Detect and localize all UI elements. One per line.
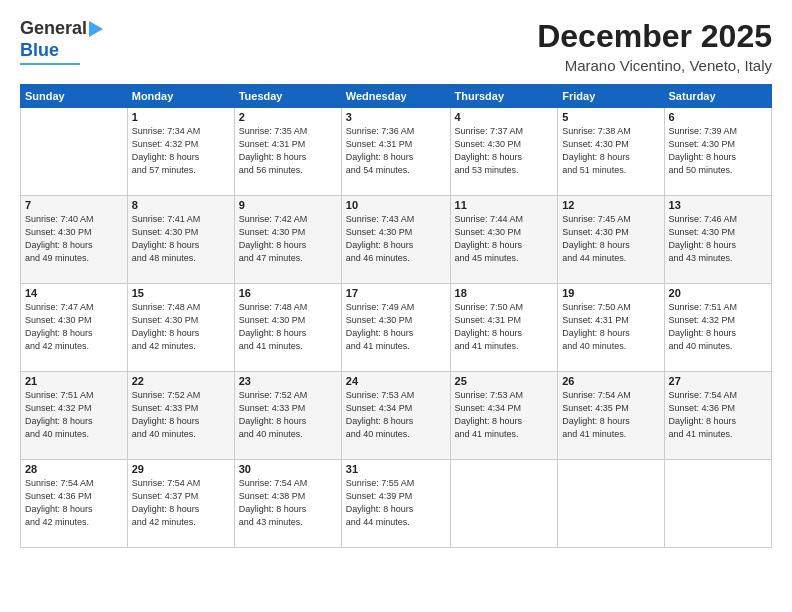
calendar-week-row: 7Sunrise: 7:40 AMSunset: 4:30 PMDaylight… bbox=[21, 196, 772, 284]
day-info: Sunrise: 7:34 AMSunset: 4:32 PMDaylight:… bbox=[132, 125, 230, 177]
table-row: 25Sunrise: 7:53 AMSunset: 4:34 PMDayligh… bbox=[450, 372, 558, 460]
logo-arrow-icon bbox=[89, 21, 103, 37]
day-info: Sunrise: 7:40 AMSunset: 4:30 PMDaylight:… bbox=[25, 213, 123, 265]
table-row: 21Sunrise: 7:51 AMSunset: 4:32 PMDayligh… bbox=[21, 372, 128, 460]
day-number: 26 bbox=[562, 375, 659, 387]
day-info: Sunrise: 7:48 AMSunset: 4:30 PMDaylight:… bbox=[239, 301, 337, 353]
calendar-page: General Blue December 2025 Marano Vicent… bbox=[0, 0, 792, 612]
day-info: Sunrise: 7:52 AMSunset: 4:33 PMDaylight:… bbox=[239, 389, 337, 441]
day-number: 13 bbox=[669, 199, 767, 211]
day-number: 21 bbox=[25, 375, 123, 387]
day-info: Sunrise: 7:43 AMSunset: 4:30 PMDaylight:… bbox=[346, 213, 446, 265]
table-row bbox=[558, 460, 664, 548]
day-info: Sunrise: 7:37 AMSunset: 4:30 PMDaylight:… bbox=[455, 125, 554, 177]
calendar-week-row: 1Sunrise: 7:34 AMSunset: 4:32 PMDaylight… bbox=[21, 108, 772, 196]
day-number: 2 bbox=[239, 111, 337, 123]
table-row: 17Sunrise: 7:49 AMSunset: 4:30 PMDayligh… bbox=[341, 284, 450, 372]
table-row: 19Sunrise: 7:50 AMSunset: 4:31 PMDayligh… bbox=[558, 284, 664, 372]
table-row: 15Sunrise: 7:48 AMSunset: 4:30 PMDayligh… bbox=[127, 284, 234, 372]
day-number: 25 bbox=[455, 375, 554, 387]
header: General Blue December 2025 Marano Vicent… bbox=[20, 18, 772, 74]
table-row: 5Sunrise: 7:38 AMSunset: 4:30 PMDaylight… bbox=[558, 108, 664, 196]
table-row bbox=[21, 108, 128, 196]
day-info: Sunrise: 7:54 AMSunset: 4:36 PMDaylight:… bbox=[25, 477, 123, 529]
day-info: Sunrise: 7:50 AMSunset: 4:31 PMDaylight:… bbox=[562, 301, 659, 353]
day-info: Sunrise: 7:35 AMSunset: 4:31 PMDaylight:… bbox=[239, 125, 337, 177]
table-row: 23Sunrise: 7:52 AMSunset: 4:33 PMDayligh… bbox=[234, 372, 341, 460]
calendar-table: Sunday Monday Tuesday Wednesday Thursday… bbox=[20, 84, 772, 548]
day-number: 1 bbox=[132, 111, 230, 123]
day-info: Sunrise: 7:47 AMSunset: 4:30 PMDaylight:… bbox=[25, 301, 123, 353]
day-number: 31 bbox=[346, 463, 446, 475]
day-number: 12 bbox=[562, 199, 659, 211]
day-number: 27 bbox=[669, 375, 767, 387]
table-row: 16Sunrise: 7:48 AMSunset: 4:30 PMDayligh… bbox=[234, 284, 341, 372]
day-info: Sunrise: 7:36 AMSunset: 4:31 PMDaylight:… bbox=[346, 125, 446, 177]
header-sunday: Sunday bbox=[21, 85, 128, 108]
day-number: 22 bbox=[132, 375, 230, 387]
day-number: 3 bbox=[346, 111, 446, 123]
day-info: Sunrise: 7:54 AMSunset: 4:38 PMDaylight:… bbox=[239, 477, 337, 529]
table-row: 13Sunrise: 7:46 AMSunset: 4:30 PMDayligh… bbox=[664, 196, 771, 284]
calendar-week-row: 21Sunrise: 7:51 AMSunset: 4:32 PMDayligh… bbox=[21, 372, 772, 460]
table-row: 2Sunrise: 7:35 AMSunset: 4:31 PMDaylight… bbox=[234, 108, 341, 196]
day-info: Sunrise: 7:52 AMSunset: 4:33 PMDaylight:… bbox=[132, 389, 230, 441]
logo-blue: Blue bbox=[20, 40, 59, 62]
calendar-week-row: 28Sunrise: 7:54 AMSunset: 4:36 PMDayligh… bbox=[21, 460, 772, 548]
day-info: Sunrise: 7:50 AMSunset: 4:31 PMDaylight:… bbox=[455, 301, 554, 353]
header-monday: Monday bbox=[127, 85, 234, 108]
table-row: 22Sunrise: 7:52 AMSunset: 4:33 PMDayligh… bbox=[127, 372, 234, 460]
day-info: Sunrise: 7:42 AMSunset: 4:30 PMDaylight:… bbox=[239, 213, 337, 265]
logo: General Blue bbox=[20, 18, 103, 65]
day-number: 19 bbox=[562, 287, 659, 299]
day-info: Sunrise: 7:39 AMSunset: 4:30 PMDaylight:… bbox=[669, 125, 767, 177]
table-row: 26Sunrise: 7:54 AMSunset: 4:35 PMDayligh… bbox=[558, 372, 664, 460]
day-number: 30 bbox=[239, 463, 337, 475]
day-info: Sunrise: 7:51 AMSunset: 4:32 PMDaylight:… bbox=[25, 389, 123, 441]
day-number: 5 bbox=[562, 111, 659, 123]
calendar-week-row: 14Sunrise: 7:47 AMSunset: 4:30 PMDayligh… bbox=[21, 284, 772, 372]
header-wednesday: Wednesday bbox=[341, 85, 450, 108]
day-number: 6 bbox=[669, 111, 767, 123]
table-row: 8Sunrise: 7:41 AMSunset: 4:30 PMDaylight… bbox=[127, 196, 234, 284]
table-row: 14Sunrise: 7:47 AMSunset: 4:30 PMDayligh… bbox=[21, 284, 128, 372]
table-row: 1Sunrise: 7:34 AMSunset: 4:32 PMDaylight… bbox=[127, 108, 234, 196]
table-row bbox=[450, 460, 558, 548]
day-number: 29 bbox=[132, 463, 230, 475]
table-row: 27Sunrise: 7:54 AMSunset: 4:36 PMDayligh… bbox=[664, 372, 771, 460]
header-friday: Friday bbox=[558, 85, 664, 108]
table-row: 20Sunrise: 7:51 AMSunset: 4:32 PMDayligh… bbox=[664, 284, 771, 372]
header-thursday: Thursday bbox=[450, 85, 558, 108]
day-info: Sunrise: 7:51 AMSunset: 4:32 PMDaylight:… bbox=[669, 301, 767, 353]
day-number: 28 bbox=[25, 463, 123, 475]
day-info: Sunrise: 7:54 AMSunset: 4:36 PMDaylight:… bbox=[669, 389, 767, 441]
day-number: 14 bbox=[25, 287, 123, 299]
day-number: 18 bbox=[455, 287, 554, 299]
day-info: Sunrise: 7:38 AMSunset: 4:30 PMDaylight:… bbox=[562, 125, 659, 177]
day-number: 8 bbox=[132, 199, 230, 211]
table-row: 7Sunrise: 7:40 AMSunset: 4:30 PMDaylight… bbox=[21, 196, 128, 284]
table-row: 29Sunrise: 7:54 AMSunset: 4:37 PMDayligh… bbox=[127, 460, 234, 548]
day-number: 7 bbox=[25, 199, 123, 211]
day-number: 24 bbox=[346, 375, 446, 387]
table-row: 31Sunrise: 7:55 AMSunset: 4:39 PMDayligh… bbox=[341, 460, 450, 548]
location: Marano Vicentino, Veneto, Italy bbox=[537, 57, 772, 74]
day-info: Sunrise: 7:54 AMSunset: 4:37 PMDaylight:… bbox=[132, 477, 230, 529]
day-info: Sunrise: 7:49 AMSunset: 4:30 PMDaylight:… bbox=[346, 301, 446, 353]
title-block: December 2025 Marano Vicentino, Veneto, … bbox=[537, 18, 772, 74]
day-info: Sunrise: 7:48 AMSunset: 4:30 PMDaylight:… bbox=[132, 301, 230, 353]
day-info: Sunrise: 7:53 AMSunset: 4:34 PMDaylight:… bbox=[346, 389, 446, 441]
header-saturday: Saturday bbox=[664, 85, 771, 108]
month-title: December 2025 bbox=[537, 18, 772, 55]
table-row: 4Sunrise: 7:37 AMSunset: 4:30 PMDaylight… bbox=[450, 108, 558, 196]
day-info: Sunrise: 7:41 AMSunset: 4:30 PMDaylight:… bbox=[132, 213, 230, 265]
day-info: Sunrise: 7:45 AMSunset: 4:30 PMDaylight:… bbox=[562, 213, 659, 265]
table-row: 18Sunrise: 7:50 AMSunset: 4:31 PMDayligh… bbox=[450, 284, 558, 372]
day-number: 17 bbox=[346, 287, 446, 299]
table-row: 3Sunrise: 7:36 AMSunset: 4:31 PMDaylight… bbox=[341, 108, 450, 196]
day-number: 23 bbox=[239, 375, 337, 387]
table-row: 12Sunrise: 7:45 AMSunset: 4:30 PMDayligh… bbox=[558, 196, 664, 284]
day-number: 11 bbox=[455, 199, 554, 211]
day-number: 15 bbox=[132, 287, 230, 299]
table-row: 30Sunrise: 7:54 AMSunset: 4:38 PMDayligh… bbox=[234, 460, 341, 548]
